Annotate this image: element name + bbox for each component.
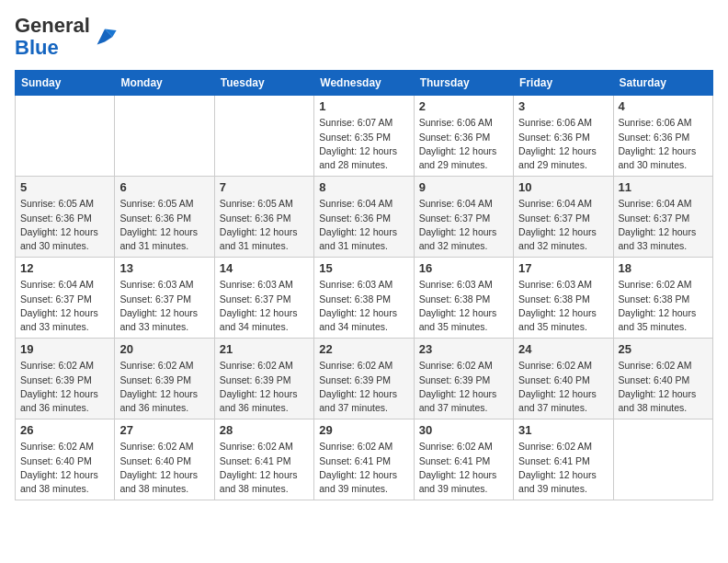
day-info: Sunrise: 6:02 AM Sunset: 6:40 PM Dayligh… [518,359,608,415]
day-number: 31 [518,423,608,437]
weekday-header-thursday: Thursday [414,71,513,96]
day-info: Sunrise: 6:03 AM Sunset: 6:38 PM Dayligh… [518,278,608,334]
calendar-cell: 2Sunrise: 6:06 AM Sunset: 6:36 PM Daylig… [414,96,513,177]
logo-icon [92,24,118,50]
day-info: Sunrise: 6:03 AM Sunset: 6:37 PM Dayligh… [220,278,309,334]
weekday-header-friday: Friday [514,71,613,96]
day-number: 14 [220,261,309,275]
calendar-cell: 12Sunrise: 6:04 AM Sunset: 6:37 PM Dayli… [16,258,115,339]
day-number: 5 [20,180,109,194]
day-number: 3 [518,99,608,113]
calendar-cell: 7Sunrise: 6:05 AM Sunset: 6:36 PM Daylig… [214,177,313,258]
calendar-cell: 27Sunrise: 6:02 AM Sunset: 6:40 PM Dayli… [115,419,214,500]
calendar-table: SundayMondayTuesdayWednesdayThursdayFrid… [15,70,713,500]
calendar-cell: 29Sunrise: 6:02 AM Sunset: 6:41 PM Dayli… [314,419,414,500]
day-info: Sunrise: 6:02 AM Sunset: 6:41 PM Dayligh… [220,440,309,496]
day-number: 18 [619,261,708,275]
day-number: 20 [119,342,209,356]
calendar-cell: 10Sunrise: 6:04 AM Sunset: 6:37 PM Dayli… [514,177,613,258]
day-number: 1 [319,99,408,113]
calendar-week-row: 26Sunrise: 6:02 AM Sunset: 6:40 PM Dayli… [16,419,713,500]
calendar-cell: 3Sunrise: 6:06 AM Sunset: 6:36 PM Daylig… [514,96,613,177]
day-number: 29 [319,423,408,437]
page-header: General Blue [15,15,713,59]
day-number: 13 [119,261,209,275]
day-info: Sunrise: 6:02 AM Sunset: 6:39 PM Dayligh… [20,359,109,415]
calendar-cell: 26Sunrise: 6:02 AM Sunset: 6:40 PM Dayli… [16,419,115,500]
calendar-week-row: 5Sunrise: 6:05 AM Sunset: 6:36 PM Daylig… [16,177,713,258]
day-number: 8 [319,180,408,194]
day-info: Sunrise: 6:03 AM Sunset: 6:38 PM Dayligh… [419,278,508,334]
day-number: 6 [119,180,209,194]
calendar-cell: 16Sunrise: 6:03 AM Sunset: 6:38 PM Dayli… [414,258,513,339]
calendar-cell: 6Sunrise: 6:05 AM Sunset: 6:36 PM Daylig… [115,177,214,258]
day-number: 23 [419,342,508,356]
logo: General Blue [15,15,118,59]
day-number: 10 [518,180,608,194]
day-info: Sunrise: 6:02 AM Sunset: 6:38 PM Dayligh… [619,278,708,334]
day-info: Sunrise: 6:04 AM Sunset: 6:37 PM Dayligh… [518,197,608,253]
calendar-cell [115,96,214,177]
day-number: 21 [220,342,309,356]
day-info: Sunrise: 6:02 AM Sunset: 6:39 PM Dayligh… [319,359,408,415]
day-info: Sunrise: 6:02 AM Sunset: 6:41 PM Dayligh… [518,440,608,496]
weekday-header-tuesday: Tuesday [214,71,313,96]
day-number: 12 [20,261,109,275]
day-info: Sunrise: 6:06 AM Sunset: 6:36 PM Dayligh… [518,116,608,172]
calendar-cell [613,419,712,500]
day-number: 16 [419,261,508,275]
day-info: Sunrise: 6:03 AM Sunset: 6:38 PM Dayligh… [319,278,408,334]
logo-general-text: General [15,14,90,37]
day-info: Sunrise: 6:04 AM Sunset: 6:37 PM Dayligh… [20,278,109,334]
day-info: Sunrise: 6:04 AM Sunset: 6:37 PM Dayligh… [619,197,708,253]
calendar-week-row: 19Sunrise: 6:02 AM Sunset: 6:39 PM Dayli… [16,339,713,419]
calendar-cell: 15Sunrise: 6:03 AM Sunset: 6:38 PM Dayli… [314,258,414,339]
day-info: Sunrise: 6:03 AM Sunset: 6:37 PM Dayligh… [119,278,209,334]
day-info: Sunrise: 6:06 AM Sunset: 6:36 PM Dayligh… [419,116,508,172]
calendar-week-row: 12Sunrise: 6:04 AM Sunset: 6:37 PM Dayli… [16,258,713,339]
day-number: 26 [20,423,109,437]
day-number: 28 [220,423,309,437]
day-number: 11 [619,180,708,194]
calendar-cell [16,96,115,177]
logo-blue-text: Blue [15,36,59,59]
calendar-cell: 20Sunrise: 6:02 AM Sunset: 6:39 PM Dayli… [115,339,214,419]
weekday-header-wednesday: Wednesday [314,71,414,96]
calendar-cell: 25Sunrise: 6:02 AM Sunset: 6:40 PM Dayli… [613,339,712,419]
day-info: Sunrise: 6:02 AM Sunset: 6:39 PM Dayligh… [119,359,209,415]
calendar-cell: 21Sunrise: 6:02 AM Sunset: 6:39 PM Dayli… [214,339,313,419]
day-info: Sunrise: 6:07 AM Sunset: 6:35 PM Dayligh… [319,116,408,172]
day-number: 4 [619,99,708,113]
day-info: Sunrise: 6:02 AM Sunset: 6:41 PM Dayligh… [419,440,508,496]
day-number: 24 [518,342,608,356]
day-number: 15 [319,261,408,275]
calendar-cell: 31Sunrise: 6:02 AM Sunset: 6:41 PM Dayli… [514,419,613,500]
calendar-cell: 17Sunrise: 6:03 AM Sunset: 6:38 PM Dayli… [514,258,613,339]
calendar-cell: 22Sunrise: 6:02 AM Sunset: 6:39 PM Dayli… [314,339,414,419]
calendar-cell: 23Sunrise: 6:02 AM Sunset: 6:39 PM Dayli… [414,339,513,419]
day-number: 19 [20,342,109,356]
calendar-cell: 11Sunrise: 6:04 AM Sunset: 6:37 PM Dayli… [613,177,712,258]
calendar-cell: 18Sunrise: 6:02 AM Sunset: 6:38 PM Dayli… [613,258,712,339]
day-number: 30 [419,423,508,437]
day-info: Sunrise: 6:02 AM Sunset: 6:40 PM Dayligh… [619,359,708,415]
calendar-cell: 30Sunrise: 6:02 AM Sunset: 6:41 PM Dayli… [414,419,513,500]
calendar-cell: 4Sunrise: 6:06 AM Sunset: 6:36 PM Daylig… [613,96,712,177]
calendar-cell: 19Sunrise: 6:02 AM Sunset: 6:39 PM Dayli… [16,339,115,419]
calendar-cell: 24Sunrise: 6:02 AM Sunset: 6:40 PM Dayli… [514,339,613,419]
day-info: Sunrise: 6:06 AM Sunset: 6:36 PM Dayligh… [619,116,708,172]
day-info: Sunrise: 6:02 AM Sunset: 6:41 PM Dayligh… [319,440,408,496]
day-number: 22 [319,342,408,356]
day-info: Sunrise: 6:04 AM Sunset: 6:37 PM Dayligh… [419,197,508,253]
calendar-cell: 5Sunrise: 6:05 AM Sunset: 6:36 PM Daylig… [16,177,115,258]
day-info: Sunrise: 6:02 AM Sunset: 6:39 PM Dayligh… [419,359,508,415]
day-info: Sunrise: 6:05 AM Sunset: 6:36 PM Dayligh… [220,197,309,253]
calendar-cell: 8Sunrise: 6:04 AM Sunset: 6:36 PM Daylig… [314,177,414,258]
day-info: Sunrise: 6:02 AM Sunset: 6:40 PM Dayligh… [119,440,209,496]
weekday-header-saturday: Saturday [613,71,712,96]
day-number: 7 [220,180,309,194]
day-number: 25 [619,342,708,356]
weekday-header-sunday: Sunday [16,71,115,96]
weekday-header-monday: Monday [115,71,214,96]
day-info: Sunrise: 6:02 AM Sunset: 6:40 PM Dayligh… [20,440,109,496]
